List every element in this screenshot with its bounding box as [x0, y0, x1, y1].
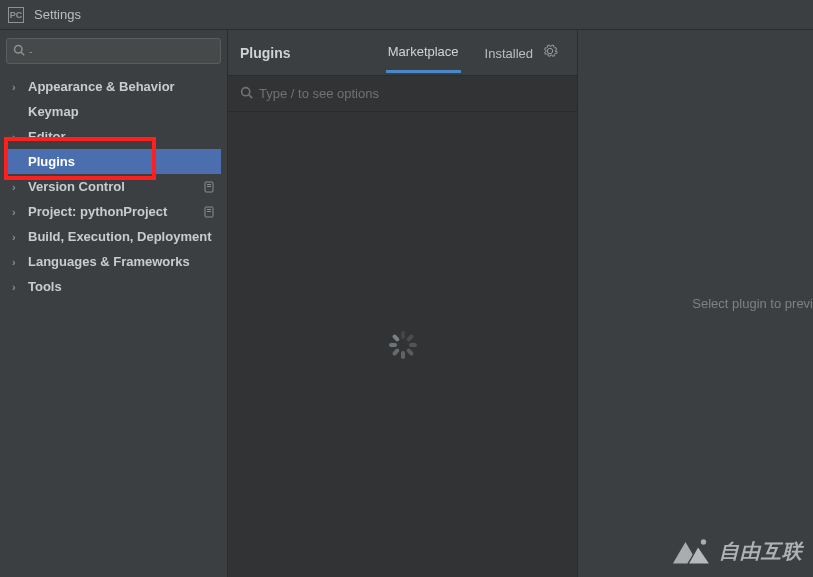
search-icon [13, 44, 25, 59]
chevron-right-icon: › [12, 181, 26, 193]
chevron-right-icon: › [12, 281, 26, 293]
settings-sidebar: - ›Appearance & Behavior Keymap ›Editor … [0, 30, 228, 577]
tree-item-label: Project: pythonProject [28, 204, 167, 219]
tab-installed[interactable]: Installed [483, 34, 535, 72]
tree-item-editor[interactable]: ›Editor [6, 124, 221, 149]
svg-line-1 [21, 52, 24, 55]
gear-icon[interactable] [542, 43, 558, 62]
chevron-right-icon: › [12, 81, 26, 93]
search-caret: - [29, 45, 33, 57]
tree-item-label: Tools [28, 279, 62, 294]
plugins-list [228, 112, 577, 577]
plugins-tabs: Marketplace Installed [386, 32, 535, 73]
watermark: 自由互联 [667, 533, 803, 569]
svg-line-9 [249, 94, 252, 97]
plugins-search-placeholder: Type / to see options [259, 86, 379, 101]
chevron-right-icon: › [12, 231, 26, 243]
search-icon [240, 86, 253, 102]
settings-tree: ›Appearance & Behavior Keymap ›Editor Pl… [6, 74, 221, 299]
tree-item-build[interactable]: ›Build, Execution, Deployment [6, 224, 221, 249]
tree-item-label: Version Control [28, 179, 125, 194]
svg-rect-4 [207, 186, 211, 187]
watermark-logo-icon [667, 533, 713, 569]
plugins-title: Plugins [240, 45, 386, 61]
window-title: Settings [34, 7, 81, 22]
tree-item-label: Appearance & Behavior [28, 79, 175, 94]
svg-rect-6 [207, 209, 211, 210]
loading-spinner-icon [389, 331, 417, 359]
tree-item-project[interactable]: ›Project: pythonProject [6, 199, 221, 224]
plugins-panel: Plugins Marketplace Installed Type / to … [228, 30, 578, 577]
tree-item-label: Keymap [28, 104, 79, 119]
plugins-search[interactable]: Type / to see options [228, 76, 577, 112]
chevron-right-icon: › [12, 206, 26, 218]
sidebar-search[interactable]: - [6, 38, 221, 64]
tree-item-label: Editor [28, 129, 66, 144]
svg-point-8 [242, 87, 250, 95]
chevron-right-icon: › [12, 256, 26, 268]
tree-item-keymap[interactable]: Keymap [6, 99, 221, 124]
svg-point-0 [15, 45, 23, 53]
tree-item-plugins[interactable]: Plugins [6, 149, 221, 174]
detail-placeholder: Select plugin to previ [692, 296, 813, 311]
svg-rect-3 [207, 184, 211, 185]
project-badge-icon [203, 181, 215, 193]
chevron-right-icon: › [12, 131, 26, 143]
tree-item-label: Build, Execution, Deployment [28, 229, 211, 244]
tree-item-languages[interactable]: ›Languages & Frameworks [6, 249, 221, 274]
settings-content: Plugins Marketplace Installed Type / to … [228, 30, 813, 577]
tree-item-version-control[interactable]: ›Version Control [6, 174, 221, 199]
titlebar: PC Settings [0, 0, 813, 30]
svg-point-12 [701, 539, 706, 544]
plugin-detail-panel: Select plugin to previ [578, 30, 813, 577]
tree-item-appearance[interactable]: ›Appearance & Behavior [6, 74, 221, 99]
plugins-header: Plugins Marketplace Installed [228, 30, 577, 76]
tree-item-label: Languages & Frameworks [28, 254, 190, 269]
tree-item-tools[interactable]: ›Tools [6, 274, 221, 299]
tab-marketplace[interactable]: Marketplace [386, 32, 461, 73]
app-icon: PC [8, 7, 24, 23]
tree-item-label: Plugins [28, 154, 75, 169]
watermark-text: 自由互联 [719, 538, 803, 565]
project-badge-icon [203, 206, 215, 218]
svg-marker-10 [673, 542, 693, 564]
svg-rect-7 [207, 211, 211, 212]
